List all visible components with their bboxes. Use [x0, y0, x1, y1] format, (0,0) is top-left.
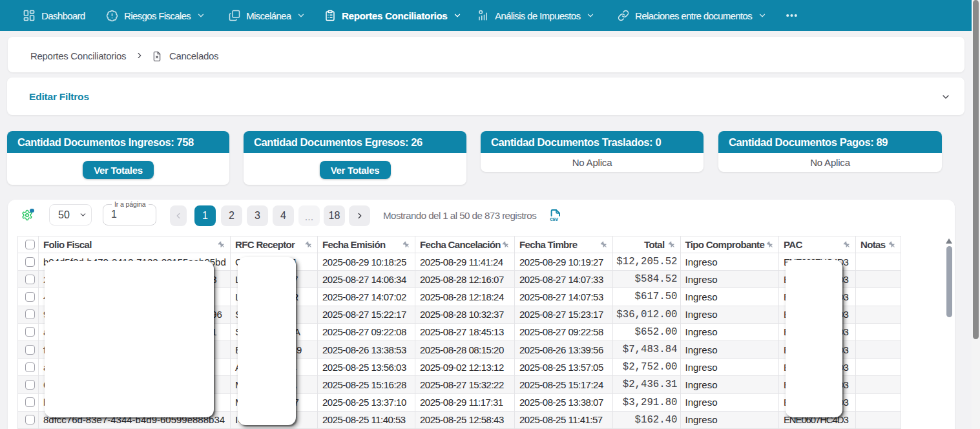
svg-text:csv: csv [550, 216, 558, 222]
